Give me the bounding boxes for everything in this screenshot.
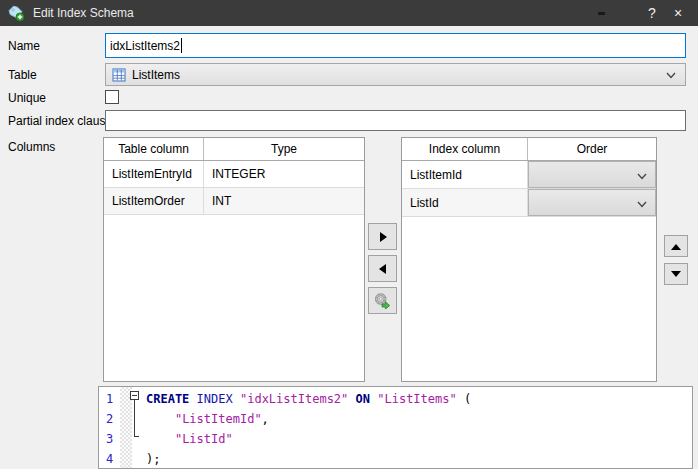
fold-line-tick <box>134 436 139 437</box>
table-icon <box>112 68 126 82</box>
down-arrow-icon <box>670 270 682 279</box>
index-table-row[interactable]: ListItemId <box>402 161 656 189</box>
table-combobox-value: ListItems <box>132 68 180 82</box>
source-table-cell[interactable]: ListItemEntryId <box>104 161 204 187</box>
index-tag-icon <box>7 4 25 22</box>
sql-code-line: CREATE INDEX "idxListItems2" ON "ListIte… <box>146 389 471 409</box>
move-left-button[interactable] <box>368 255 397 282</box>
order-combobox[interactable] <box>528 161 656 188</box>
source-table-cell[interactable]: ListItemOrder <box>104 188 204 214</box>
text-caret <box>181 38 182 53</box>
line-number-gutter: 1234 <box>99 387 120 468</box>
sql-code-line: "ListId" <box>146 429 233 449</box>
index-header-index-column[interactable]: Index column <box>402 138 528 160</box>
help-button[interactable]: ? <box>639 0 665 26</box>
close-button[interactable]: × <box>665 0 691 26</box>
index-table-header: Index column Order <box>402 138 656 161</box>
table-label: Table <box>8 68 37 82</box>
right-arrow-icon <box>377 231 389 243</box>
sql-code-line: "ListItemId", <box>146 409 269 429</box>
sql-preview-editor[interactable]: 1234 CREATE INDEX "idxListItems2" ON "Li… <box>98 386 693 469</box>
source-table-row[interactable]: ListItemOrderINT <box>104 188 364 215</box>
order-combobox[interactable] <box>528 189 656 216</box>
source-table-body: ListItemEntryIdINTEGERListItemOrderINT <box>104 161 364 215</box>
source-header-table-column[interactable]: Table column <box>104 138 204 160</box>
edit-index-schema-dialog: Edit Index Schema ? × Name Table Unique … <box>0 0 698 469</box>
index-columns-table: Index column Order ListItemIdListId <box>401 137 657 382</box>
partial-index-label: Partial index clause <box>8 114 112 128</box>
window-title: Edit Index Schema <box>33 6 134 20</box>
line-number: 3 <box>106 429 113 449</box>
index-table-row[interactable]: ListId <box>402 189 656 217</box>
gear-green-arrow-icon <box>374 293 391 309</box>
sql-code-area[interactable]: CREATE INDEX "idxListItems2" ON "ListIte… <box>146 387 692 468</box>
add-expression-button[interactable] <box>368 287 397 314</box>
source-columns-table: Table column Type ListItemEntryIdINTEGER… <box>103 137 365 382</box>
left-arrow-icon <box>377 263 389 275</box>
index-column-cell[interactable]: ListId <box>402 189 528 216</box>
order-cell <box>528 161 656 188</box>
order-cell <box>528 189 656 216</box>
source-table-header: Table column Type <box>104 138 364 161</box>
chevron-down-icon <box>637 173 647 180</box>
sql-code-line: ); <box>146 449 160 469</box>
chevron-down-icon <box>666 72 676 79</box>
source-table-cell[interactable]: INT <box>204 188 364 214</box>
minimize-icon[interactable] <box>598 12 605 15</box>
columns-label: Columns <box>8 140 55 154</box>
line-number: 4 <box>106 449 113 469</box>
source-table-row[interactable]: ListItemEntryIdINTEGER <box>104 161 364 188</box>
index-header-order[interactable]: Order <box>528 138 656 160</box>
source-header-type[interactable]: Type <box>204 138 364 160</box>
up-arrow-icon <box>670 242 682 251</box>
fold-collapse-icon[interactable] <box>130 391 139 400</box>
name-input-value: idxListItems2 <box>110 39 180 53</box>
source-table-cell[interactable]: INTEGER <box>204 161 364 187</box>
fold-line <box>134 400 135 436</box>
partial-index-input[interactable] <box>105 110 686 131</box>
unique-checkbox[interactable] <box>105 90 119 104</box>
line-number: 2 <box>106 409 113 429</box>
unique-label: Unique <box>8 91 46 105</box>
line-number: 1 <box>106 389 113 409</box>
index-column-cell[interactable]: ListItemId <box>402 161 528 188</box>
move-right-button[interactable] <box>368 223 397 250</box>
name-label: Name <box>8 39 40 53</box>
name-input[interactable]: idxListItems2 <box>105 33 686 58</box>
index-table-body: ListItemIdListId <box>402 161 656 217</box>
chevron-down-icon <box>637 201 647 208</box>
table-combobox[interactable]: ListItems <box>105 63 686 86</box>
titlebar: Edit Index Schema ? × <box>0 0 698 26</box>
move-up-button[interactable] <box>664 235 688 257</box>
move-down-button[interactable] <box>664 263 688 285</box>
